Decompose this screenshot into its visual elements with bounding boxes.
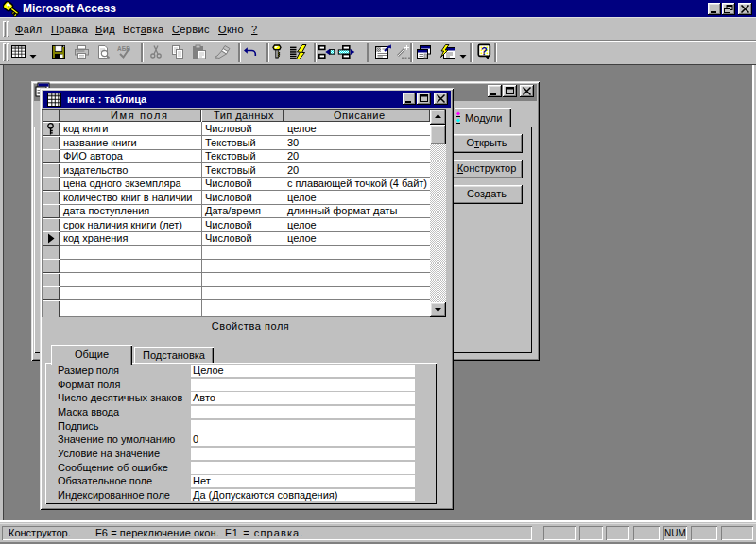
svg-text:?: ?	[481, 45, 488, 57]
